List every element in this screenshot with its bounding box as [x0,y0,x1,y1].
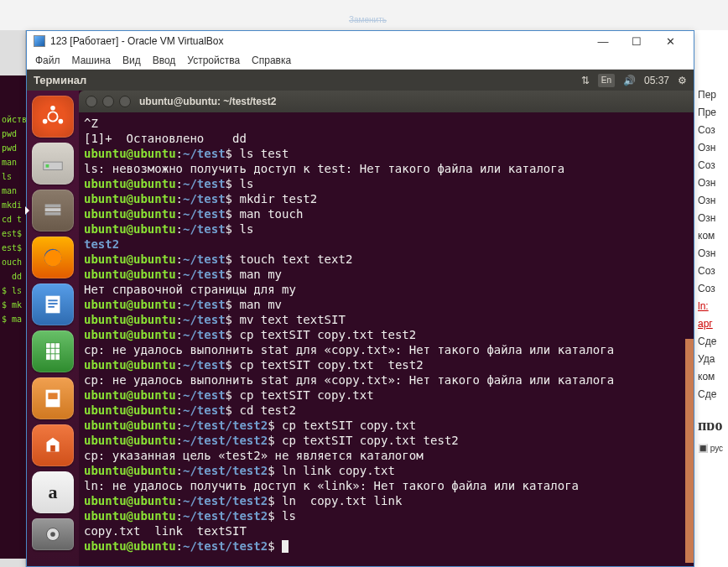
firefox-icon[interactable] [32,237,74,278]
doc-right-line: Соз [698,265,725,278]
doc-right-line: ком [698,230,725,243]
svg-rect-18 [48,393,57,399]
unity-launcher: a [27,91,79,566]
vbox-menu-машина[interactable]: Машина [72,55,111,66]
ubuntu-topbar-title: Терминал [34,74,86,86]
virtualbox-window: 123 [Работает] - Oracle VM VirtualBox — … [26,30,694,567]
vbox-menu-файл[interactable]: Файл [35,55,60,66]
ubuntu-desktop: a ubuntu@ubuntu: ~/test/test2 ^Z [1]+ Ос… [27,91,694,566]
svg-rect-13 [48,299,57,301]
doc-right-line: Сде [698,336,725,349]
virtualbox-menubar: ФайлМашинаВидВводУстройстваСправка [27,51,694,70]
terminal-minimize-button[interactable] [102,96,114,107]
svg-point-5 [59,119,64,124]
svg-rect-15 [48,306,55,308]
doc-right-line: Пер [698,89,725,102]
removable-drive-icon[interactable] [32,143,74,185]
svg-point-2 [48,112,57,121]
doc-right-heading: про [698,417,725,430]
libreoffice-writer-icon[interactable] [32,284,74,325]
doc-right-line: ln: [698,300,725,314]
files-icon[interactable] [32,190,74,231]
ubuntu-topbar: Терминал ⇅ En 🔊 05:37 ⚙ [27,70,694,91]
svg-point-21 [50,532,55,537]
doc-right-line: Уда [698,353,725,367]
clock[interactable]: 05:37 [644,75,669,86]
svg-point-3 [50,106,55,111]
system-settings-icon[interactable] [32,518,74,550]
virtualbox-icon [34,35,45,47]
terminal-title-text: ubuntu@ubuntu: ~/test/test2 [139,96,276,107]
sound-indicator[interactable]: 🔊 [623,75,636,86]
maximize-button[interactable]: ☐ [620,33,653,49]
background-terminal-sliver: ойствpwdpwdmanlsmanmkdicd test$est$ouch … [0,75,26,559]
doc-right-line: Соз [698,283,725,296]
virtualbox-title-text: 123 [Работает] - Oracle VM VirtualBox [50,35,224,47]
doc-right-line: Озн [698,142,725,155]
svg-rect-8 [45,205,61,208]
doc-right-line: Озн [698,195,725,208]
svg-rect-14 [48,303,57,304]
doc-right-line: Соз [698,124,725,138]
virtualbox-titlebar[interactable]: 123 [Работает] - Oracle VM VirtualBox — … [27,31,694,51]
doc-right-line: Пре [698,107,725,120]
close-button[interactable]: ✕ [653,33,687,49]
doc-right-line: Озн [698,212,725,226]
terminal-output[interactable]: ^Z [1]+ Остановлено dd ubuntu@ubuntu:~/t… [79,112,694,566]
svg-point-4 [43,119,48,124]
amazon-icon[interactable]: a [32,471,74,513]
doc-right-line: ком [698,371,725,384]
doc-right-line: Сде [698,388,725,402]
terminal-close-button[interactable] [86,96,97,107]
svg-rect-19 [50,445,55,452]
doc-right-line: арг [698,318,725,331]
doc-right-line: Озн [698,177,725,190]
document-right-text: ПерПреСозОзнСозОзнОзнОзнкомОзнСозСозln:а… [694,30,728,567]
network-indicator[interactable]: ⇅ [581,75,590,86]
terminal-maximize-button[interactable] [119,96,131,107]
vbox-menu-ввод[interactable]: Ввод [153,55,176,66]
keyboard-layout-indicator[interactable]: En [598,74,615,87]
svg-rect-7 [46,164,49,168]
svg-rect-16 [46,343,60,361]
terminal-titlebar[interactable]: ubuntu@ubuntu: ~/test/test2 [79,91,694,112]
libreoffice-impress-icon[interactable] [32,377,74,419]
doc-right-line: Соз [698,159,725,173]
libreoffice-calc-icon[interactable] [32,330,74,372]
doc-right-line: Озн [698,247,725,261]
settings-gear-icon[interactable]: ⚙ [678,75,687,86]
svg-rect-9 [45,208,61,211]
doc-right-lang: 🔳 рус [698,444,725,457]
minimize-button[interactable]: — [586,33,620,49]
ubuntu-software-icon[interactable] [32,424,74,466]
dash-icon[interactable] [32,96,74,138]
terminal-window: ubuntu@ubuntu: ~/test/test2 ^Z [1]+ Оста… [79,91,694,566]
svg-rect-10 [45,212,61,216]
vbox-menu-устройства[interactable]: Устройства [187,55,240,66]
vbox-menu-справка[interactable]: Справка [252,55,291,66]
vbox-menu-вид[interactable]: Вид [122,55,141,66]
